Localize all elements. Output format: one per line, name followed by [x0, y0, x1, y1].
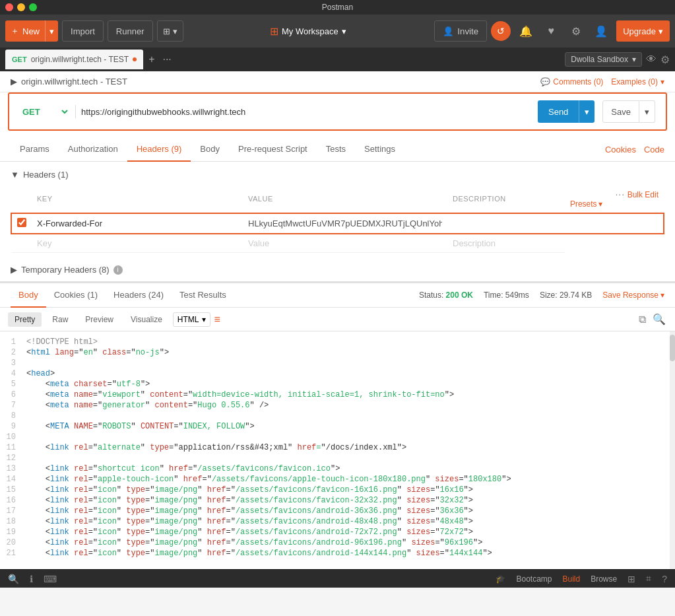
maximize-button[interactable]	[29, 3, 37, 11]
status-keyboard-icon[interactable]: ⌨	[44, 574, 57, 584]
workspace-label: My Workspace	[282, 26, 338, 36]
resp-tab-body[interactable]: Body	[11, 283, 46, 308]
status-info-icon[interactable]: ℹ	[30, 574, 33, 584]
header-row-0-key-input[interactable]	[37, 219, 238, 228]
line-content: <meta charset="utf-8">	[26, 380, 150, 389]
sync-button[interactable]: ↺	[491, 21, 511, 41]
header-empty-key-placeholder[interactable]: Key	[37, 238, 51, 248]
main-content: ▶ origin.willwright.tech - TEST 💬 Commen…	[0, 71, 675, 569]
code-line: 3	[0, 358, 675, 368]
copy-button[interactable]: ⧉	[637, 312, 647, 327]
status-help-icon[interactable]: ?	[662, 574, 667, 584]
search-button[interactable]: 🔍	[651, 312, 667, 327]
line-content: <link rel="alternate" type="application/…	[26, 443, 406, 452]
more-tabs-button[interactable]: ···	[160, 53, 174, 65]
word-wrap-button[interactable]: ≡	[214, 314, 220, 325]
save-response-label: Save Response	[602, 291, 659, 300]
env-settings-button[interactable]: ⚙	[660, 53, 670, 66]
header-empty-value-placeholder[interactable]: Value	[248, 238, 269, 248]
line-number: 4	[0, 369, 26, 378]
workspace-arrow: ▾	[342, 26, 346, 36]
bulk-edit-button[interactable]: Bulk Edit	[627, 190, 659, 199]
minimize-button[interactable]	[17, 3, 25, 11]
workspace-button[interactable]: ⊞ My Workspace ▾	[270, 20, 346, 42]
heart-icon[interactable]: ♥	[541, 21, 561, 41]
env-eye-button[interactable]: 👁	[646, 53, 657, 65]
method-select[interactable]: GET POST PUT DELETE PATCH	[20, 106, 70, 118]
header-empty-desc-placeholder[interactable]: Description	[453, 238, 496, 248]
cookies-link[interactable]: Cookies	[605, 145, 636, 154]
three-dots-icon[interactable]: ···	[615, 189, 625, 199]
status-api-icon[interactable]: ⌗	[646, 573, 651, 584]
status-bootcamp-icon: 🎓	[496, 574, 505, 584]
layout-button[interactable]: ⊞ ▾	[157, 20, 183, 42]
header-row-0-value-input[interactable]	[248, 219, 442, 228]
save-button[interactable]: Save	[602, 100, 639, 123]
notifications-icon[interactable]: 🔔	[516, 21, 536, 41]
fmt-pretty[interactable]: Pretty	[8, 312, 42, 327]
tab-settings[interactable]: Settings	[355, 137, 404, 162]
header-row-0-desc-cell	[447, 213, 565, 234]
tab-headers[interactable]: Headers (9)	[127, 137, 191, 162]
tab-prerequest[interactable]: Pre-request Script	[229, 137, 317, 162]
code-line: 2<html lang="en" class="no-js">	[0, 347, 675, 358]
import-button[interactable]: Import	[62, 20, 104, 42]
resp-tab-headers[interactable]: Headers (24)	[106, 283, 172, 308]
user-icon[interactable]: 👤	[591, 21, 611, 41]
tab-params[interactable]: Params	[11, 137, 59, 162]
browse-button[interactable]: Browse	[591, 574, 617, 584]
env-name: Dwolla Sandbox	[571, 55, 628, 64]
new-button-main[interactable]: ＋ New	[5, 25, 45, 37]
save-dropdown[interactable]: ▾	[639, 100, 655, 123]
url-input[interactable]	[81, 107, 532, 117]
format-select[interactable]: HTML ▾	[173, 312, 210, 327]
header-empty-value-cell: Value	[243, 234, 447, 253]
app-title: Postman	[322, 3, 353, 12]
toolbar: ＋ New ▾ Import Runner ⊞ ▾ ⊞ My Workspace…	[0, 15, 675, 48]
new-dropdown-arrow[interactable]: ▾	[45, 20, 58, 42]
bootcamp-button[interactable]: Bootcamp	[516, 574, 552, 584]
env-selector[interactable]: Dwolla Sandbox ▾	[565, 52, 642, 67]
invite-button[interactable]: 👤 Invite	[434, 20, 487, 42]
header-row-0-checkbox[interactable]	[17, 218, 26, 227]
status-search-icon[interactable]: 🔍	[8, 574, 19, 584]
fmt-visualize[interactable]: Visualize	[124, 312, 169, 327]
temp-headers-toggle[interactable]: ▶ Temporary Headers (8) i	[11, 262, 664, 277]
add-tab-button[interactable]: +	[146, 53, 157, 65]
tab-body[interactable]: Body	[191, 137, 229, 162]
invite-icon: 👤	[443, 26, 454, 36]
save-response-arrow: ▾	[660, 291, 664, 300]
code-line: 13 <link rel="shortcut icon" href="/asse…	[0, 463, 675, 474]
send-group: Send ▾	[538, 100, 595, 123]
comment-icon: 💬	[540, 77, 550, 86]
send-button[interactable]: Send	[538, 100, 579, 123]
temp-headers-info-icon[interactable]: i	[113, 265, 123, 275]
breadcrumb[interactable]: ▶ origin.willwright.tech - TEST	[11, 77, 127, 86]
comments-link[interactable]: 💬 Comments (0)	[540, 77, 603, 86]
tab-authorization[interactable]: Authorization	[59, 137, 127, 162]
new-button[interactable]: ＋ New ▾	[5, 20, 58, 42]
temp-headers-label: Temporary Headers (8)	[21, 265, 110, 275]
build-button[interactable]: Build	[563, 574, 581, 584]
breadcrumb-label: origin.willwright.tech - TEST	[21, 77, 127, 86]
save-response-button[interactable]: Save Response ▾	[602, 291, 664, 300]
tab-tests[interactable]: Tests	[317, 137, 355, 162]
scrollbar-thumb[interactable]	[670, 335, 675, 361]
examples-link[interactable]: Examples (0) ▾	[611, 77, 664, 86]
code-lines-container: 1<!DOCTYPE html>2<html lang="en" class="…	[0, 337, 675, 559]
presets-button[interactable]: Presets ▾	[570, 199, 602, 209]
settings-icon[interactable]: ⚙	[566, 21, 586, 41]
code-link[interactable]: Code	[644, 145, 664, 154]
fmt-preview[interactable]: Preview	[79, 312, 120, 327]
status-grid-icon[interactable]: ⊞	[627, 574, 635, 584]
close-button[interactable]	[5, 3, 13, 11]
resp-tab-test-results[interactable]: Test Results	[172, 283, 234, 308]
code-line: 8	[0, 411, 675, 421]
fmt-raw[interactable]: Raw	[46, 312, 75, 327]
resp-tab-cookies[interactable]: Cookies (1)	[46, 283, 106, 308]
runner-button[interactable]: Runner	[108, 20, 153, 42]
upgrade-button[interactable]: Upgrade ▾	[616, 20, 670, 42]
send-dropdown[interactable]: ▾	[579, 100, 595, 123]
request-tab[interactable]: GET origin.willwright.tech - TEST	[5, 50, 143, 69]
headers-toggle[interactable]: ▼ Headers (1)	[11, 167, 664, 182]
